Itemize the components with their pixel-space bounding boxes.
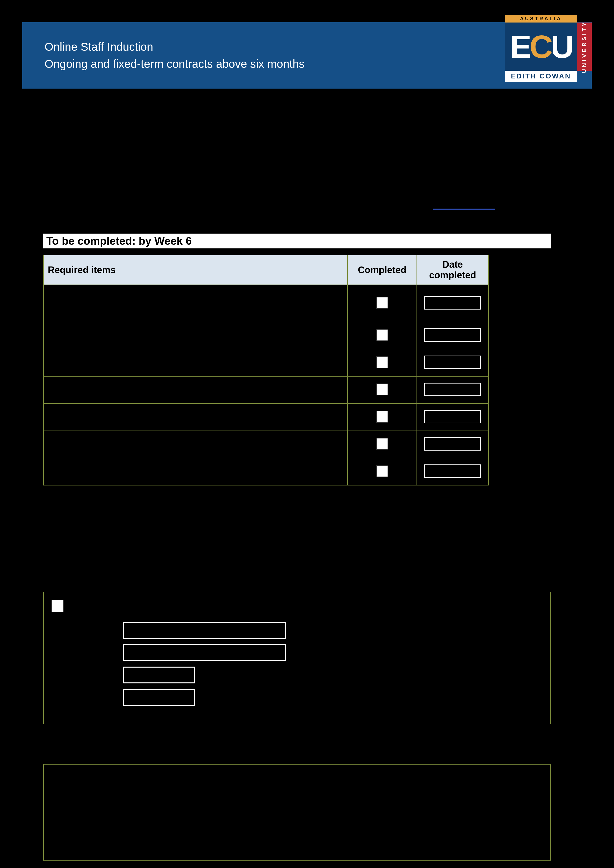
column-header-date: Date completed (417, 255, 488, 285)
signoff-checkbox[interactable] (51, 600, 64, 612)
table-row (43, 377, 488, 403)
name-input[interactable] (123, 622, 286, 639)
required-item-cell (43, 322, 347, 349)
signoff-signature-row (123, 644, 543, 662)
date-input[interactable] (424, 356, 481, 369)
completed-cell (347, 403, 417, 431)
table-row (43, 403, 488, 431)
date-input[interactable] (424, 437, 481, 451)
checkbox-input[interactable] (376, 411, 388, 423)
header-title-line2: Ongoing and fixed-term contracts above s… (45, 56, 305, 73)
required-item-cell (43, 458, 347, 485)
logo-edith-cowan: EDITH COWAN (505, 71, 577, 82)
completed-cell (347, 458, 417, 485)
column-header-required: Required items (43, 255, 347, 285)
completed-cell (347, 377, 417, 403)
logo-australia-banner: AUSTRALIA (505, 15, 577, 23)
logo-ecu-text: ECU (510, 28, 572, 65)
staff-number-input[interactable] (123, 666, 195, 684)
date-cell (417, 458, 488, 485)
completed-cell (347, 285, 417, 322)
ecu-logo: AUSTRALIA ECU UNIVERSITY EDITH COWAN (505, 15, 592, 83)
required-item-cell (43, 285, 347, 322)
date-cell (417, 285, 488, 322)
comments-box[interactable] (43, 764, 550, 860)
table-row (43, 431, 488, 458)
signoff-date-row (123, 689, 543, 707)
checkbox-input[interactable] (376, 465, 388, 477)
date-cell (417, 377, 488, 403)
table-row (43, 349, 488, 377)
date-input[interactable] (424, 465, 481, 478)
date-cell (417, 349, 488, 377)
required-item-cell (43, 349, 347, 377)
checklist-table: Required items Completed Date completed (43, 255, 489, 485)
date-input[interactable] (424, 410, 481, 423)
header-title-line1: Online Staff Induction (45, 38, 305, 56)
section-heading-bar: To be completed: by Week 6 (43, 234, 550, 248)
required-item-cell (43, 403, 347, 431)
completed-cell (347, 322, 417, 349)
completed-cell (347, 431, 417, 458)
checkbox-input[interactable] (376, 297, 388, 309)
checkbox-input[interactable] (376, 329, 388, 341)
date-input[interactable] (424, 296, 481, 310)
logo-main: ECU UNIVERSITY (505, 23, 592, 71)
signoff-section (43, 592, 550, 724)
completed-cell (347, 349, 417, 377)
date-input[interactable] (424, 383, 481, 396)
signoff-date-input[interactable] (123, 689, 195, 706)
table-row (43, 322, 488, 349)
date-cell (417, 322, 488, 349)
required-item-cell (43, 431, 347, 458)
checkbox-input[interactable] (376, 438, 388, 450)
date-cell (417, 403, 488, 431)
hyperlink-underline[interactable] (433, 209, 495, 209)
required-item-cell (43, 377, 347, 403)
logo-university-strip: UNIVERSITY (577, 23, 592, 71)
header-text: Online Staff Induction Ongoing and fixed… (45, 38, 305, 73)
table-row (43, 458, 488, 485)
column-header-completed: Completed (347, 255, 417, 285)
logo-ecu-block: ECU (505, 23, 577, 71)
signoff-staffno-row (123, 666, 543, 684)
checkbox-input[interactable] (376, 356, 388, 368)
table-row (43, 285, 488, 322)
signoff-name-row (123, 622, 543, 640)
checkbox-input[interactable] (376, 383, 388, 395)
signature-input[interactable] (123, 644, 286, 661)
date-cell (417, 431, 488, 458)
section-heading-text: To be completed: by Week 6 (46, 235, 192, 247)
date-input[interactable] (424, 329, 481, 342)
